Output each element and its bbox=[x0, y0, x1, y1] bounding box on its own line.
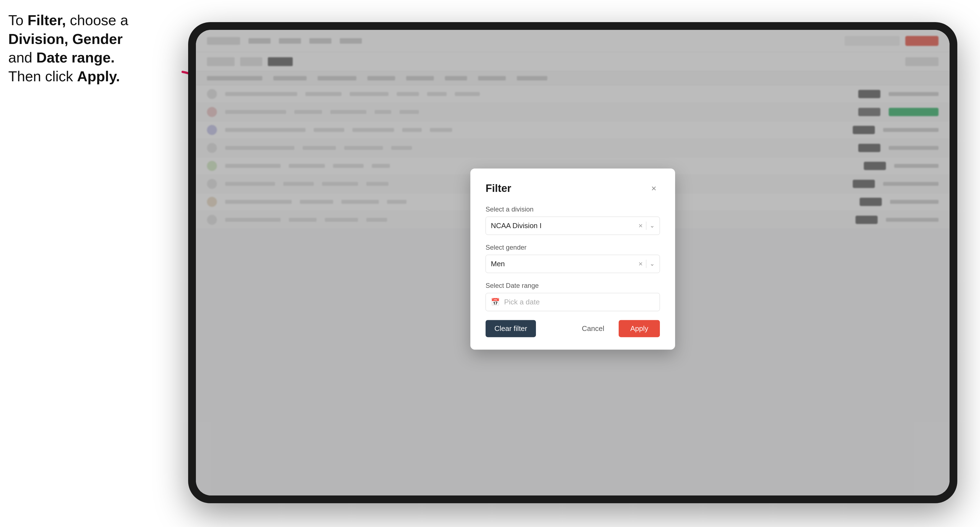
instruction-apply-bold: Apply. bbox=[77, 68, 120, 84]
date-label: Select Date range bbox=[485, 282, 660, 289]
apply-button[interactable]: Apply bbox=[619, 320, 660, 337]
gender-controls: × ⌄ bbox=[639, 260, 655, 268]
select-divider2 bbox=[646, 260, 646, 268]
division-select[interactable]: NCAA Division I × ⌄ bbox=[485, 216, 660, 235]
instruction-daterange-bold: Date range. bbox=[36, 49, 115, 65]
gender-form-group: Select gender Men × ⌄ bbox=[485, 244, 660, 273]
instruction-and: and Date range. bbox=[8, 49, 115, 65]
instruction-then: Then click Apply. bbox=[8, 68, 120, 84]
select-divider bbox=[646, 221, 646, 230]
date-form-group: Select Date range 📅 Pick a date bbox=[485, 282, 660, 311]
tablet-screen: Filter × Select a division NCAA Division… bbox=[196, 30, 950, 495]
calendar-icon: 📅 bbox=[491, 298, 500, 306]
division-clear-icon[interactable]: × bbox=[639, 222, 643, 229]
instruction-filter-bold: Filter, bbox=[27, 12, 66, 28]
gender-value: Men bbox=[491, 260, 505, 268]
division-label: Select a division bbox=[485, 205, 660, 213]
filter-modal: Filter × Select a division NCAA Division… bbox=[470, 168, 675, 349]
modal-title: Filter bbox=[485, 183, 511, 194]
gender-select[interactable]: Men × ⌄ bbox=[485, 255, 660, 273]
instruction-division-gender-bold: Division, Gender bbox=[8, 31, 123, 47]
division-value: NCAA Division I bbox=[491, 221, 542, 230]
tablet-frame: Filter × Select a division NCAA Division… bbox=[188, 22, 957, 503]
gender-clear-icon[interactable]: × bbox=[639, 260, 643, 267]
close-button[interactable]: × bbox=[648, 182, 660, 194]
cancel-button[interactable]: Cancel bbox=[573, 320, 613, 337]
clear-filter-button[interactable]: Clear filter bbox=[485, 320, 536, 337]
date-input[interactable]: 📅 Pick a date bbox=[485, 293, 660, 311]
modal-footer-right: Cancel Apply bbox=[573, 320, 660, 337]
division-arrow-icon: ⌄ bbox=[650, 222, 655, 229]
gender-label: Select gender bbox=[485, 244, 660, 251]
instruction-text: To Filter, choose a Division, Gender and… bbox=[8, 11, 163, 86]
modal-header: Filter × bbox=[485, 182, 660, 194]
date-placeholder: Pick a date bbox=[504, 298, 540, 306]
division-form-group: Select a division NCAA Division I × ⌄ bbox=[485, 205, 660, 235]
instruction-line1: To Filter, choose a bbox=[8, 12, 128, 28]
gender-arrow-icon: ⌄ bbox=[650, 260, 655, 267]
modal-footer: Clear filter Cancel Apply bbox=[485, 320, 660, 337]
division-controls: × ⌄ bbox=[639, 221, 655, 230]
